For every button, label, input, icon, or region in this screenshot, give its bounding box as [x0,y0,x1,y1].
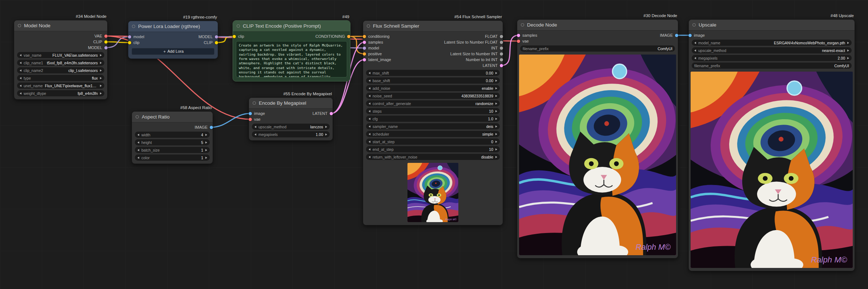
widget-sampler-name[interactable]: sampler_namedeis [366,123,500,129]
decrement-arrow-icon[interactable] [20,85,21,87]
input-port-samples[interactable]: samples [518,33,537,37]
decrement-arrow-icon[interactable] [369,125,370,128]
port-dot[interactable] [363,41,366,44]
node-model-node[interactable]: #34 Model NodeModel NodeVAECLIPMODELvae_… [14,20,108,100]
widget-model-name[interactable]: model_nameESRGAN\4xNomosWebPhoto_esrgan.… [692,40,852,46]
output-port-latent-size-to-number-float[interactable]: Latent Size to Number FLOAT [444,40,502,44]
increment-arrow-icon[interactable] [495,141,497,143]
increment-arrow-icon[interactable] [495,80,497,82]
port-dot[interactable] [688,34,692,37]
increment-arrow-icon[interactable] [205,149,207,151]
decrement-arrow-icon[interactable] [20,54,21,56]
input-port-positive[interactable]: positive [364,52,382,56]
port-dot[interactable] [500,58,503,61]
collapse-icon[interactable] [18,24,21,27]
output-port-model[interactable]: MODEL [198,35,217,39]
port-dot[interactable] [215,41,218,44]
output-port-float[interactable]: FLOAT [485,34,502,39]
node-titlebar[interactable]: CLIP Text Encode (Positive Prompt) [233,21,350,32]
widget-batch-size[interactable]: batch_size1 [135,147,210,153]
port-dot[interactable] [500,64,503,67]
port-dot[interactable] [128,41,131,44]
port-dot[interactable] [128,35,131,39]
node-power-lora-loader-rgthree[interactable]: #19 rgthree-comfyPower Lora Loader (rgth… [128,21,218,59]
decrement-arrow-icon[interactable] [369,148,370,150]
widget-upscale-method[interactable]: upscale_methodlanczos [252,124,330,130]
widget-width[interactable]: width4 [135,132,210,138]
decrement-arrow-icon[interactable] [694,42,696,44]
widget-max-shift[interactable]: max_shift0.00 [366,70,500,76]
increment-arrow-icon[interactable] [495,125,497,128]
increment-arrow-icon[interactable] [847,57,849,59]
decrement-arrow-icon[interactable] [369,80,370,82]
port-dot[interactable] [104,46,108,49]
decrement-arrow-icon[interactable] [369,118,370,120]
port-dot[interactable] [363,47,366,50]
increment-arrow-icon[interactable] [325,126,327,128]
node-titlebar[interactable]: Flux Schnell Sampler [363,21,503,32]
widget-megapixels[interactable]: megapixels1.00 [252,131,330,137]
widget-cfg[interactable]: cfg1.0 [366,116,500,122]
output-port-int[interactable]: INT [491,46,502,50]
port-dot[interactable] [233,35,236,38]
node-flux-schnell-sampler[interactable]: #54 Flux Schnell SamplerFlux Schnell Sam… [363,20,503,225]
decrement-arrow-icon[interactable] [369,72,370,74]
increment-arrow-icon[interactable] [205,157,207,159]
node-titlebar[interactable]: Aspect Ratio [132,112,213,123]
node-decode-node[interactable]: #30 Decode NodeDecode NodesamplesIMAGEva… [517,19,678,258]
port-dot[interactable] [249,118,252,121]
widget-upscale-method[interactable]: upscale_methodnearest-exact [692,47,852,53]
widget-noise-seed[interactable]: noise_seed438398233518839 [366,93,500,99]
decrement-arrow-icon[interactable] [137,134,139,136]
increment-arrow-icon[interactable] [100,85,102,87]
increment-arrow-icon[interactable] [495,148,497,150]
port-dot[interactable] [347,35,350,38]
output-port-clip[interactable]: CLIP [204,40,217,45]
output-port-conditioning[interactable]: CONDITIONING [316,34,349,39]
widget-unet-name[interactable]: unet_nameFlux_UNET\pixelwave_flux1Schn..… [17,83,104,89]
input-port-samples[interactable]: samples [364,40,383,44]
decrement-arrow-icon[interactable] [369,141,370,143]
decrement-arrow-icon[interactable] [20,62,21,64]
increment-arrow-icon[interactable] [847,42,849,44]
widget-vae-name[interactable]: vae_nameFLUX_VAE\ae.safetensors [17,52,104,58]
input-port-conditioning[interactable]: conditioning [364,34,390,39]
node-titlebar[interactable]: Encode By Megapixel [249,98,333,109]
increment-arrow-icon[interactable] [495,110,497,112]
decrement-arrow-icon[interactable] [20,69,21,72]
increment-arrow-icon[interactable] [495,133,497,135]
increment-arrow-icon[interactable] [100,92,102,95]
decrement-arrow-icon[interactable] [254,133,256,136]
increment-arrow-icon[interactable] [495,118,497,120]
output-port-vae[interactable]: VAE [95,34,106,38]
collapse-icon[interactable] [521,23,524,27]
widget-height[interactable]: height5 [135,139,210,145]
port-dot[interactable] [363,52,366,56]
decrement-arrow-icon[interactable] [694,57,696,59]
input-port-image[interactable]: image [690,33,705,37]
decrement-arrow-icon[interactable] [369,87,370,89]
output-port-latent-size-to-number-int[interactable]: Latent Size to Number INT [450,52,502,56]
decrement-arrow-icon[interactable] [694,49,696,52]
widget-weight-dtype[interactable]: weight_dtypefp8_e4m3fn [17,90,104,96]
increment-arrow-icon[interactable] [205,134,207,136]
widget-return-with-leftover-noise[interactable]: return_with_leftover_noisedisable [366,154,500,160]
port-dot[interactable] [215,35,218,39]
port-dot[interactable] [500,35,503,38]
input-port-image[interactable]: image [250,111,265,116]
decrement-arrow-icon[interactable] [137,149,139,151]
output-port-image[interactable]: IMAGE [660,33,677,37]
widget-type[interactable]: typeflux [17,75,104,81]
increment-arrow-icon[interactable] [100,54,102,56]
increment-arrow-icon[interactable] [100,62,102,64]
output-port-latent[interactable]: LATENT [313,111,331,116]
port-dot[interactable] [330,112,333,115]
decrement-arrow-icon[interactable] [137,141,139,144]
increment-arrow-icon[interactable] [325,133,327,136]
node-titlebar[interactable]: Decode Node [517,20,678,31]
node-titlebar[interactable]: Power Lora Loader (rgthree) [128,21,218,32]
decrement-arrow-icon[interactable] [369,95,370,97]
port-dot[interactable] [363,58,366,61]
increment-arrow-icon[interactable] [495,156,497,158]
output-port-image[interactable]: IMAGE [195,125,212,129]
